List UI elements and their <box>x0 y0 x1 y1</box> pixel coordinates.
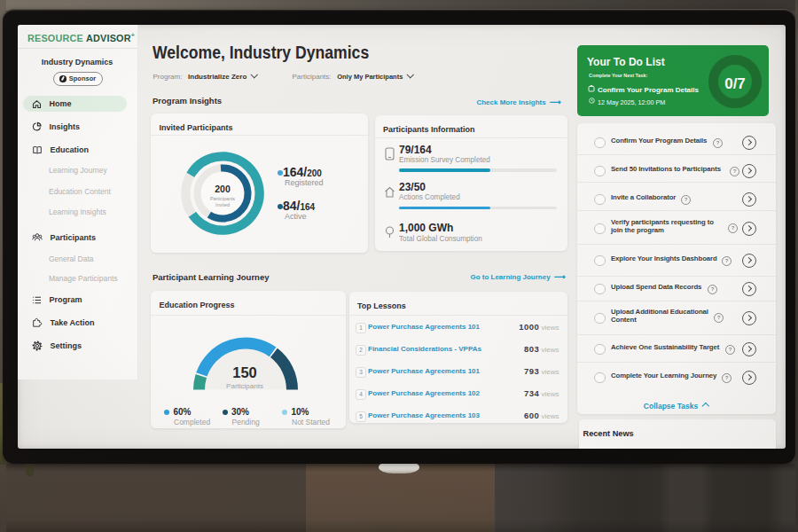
svg-text:200: 200 <box>215 184 231 194</box>
svg-text:Participants: Participants <box>209 196 234 201</box>
svg-text:Invited: Invited <box>215 202 230 207</box>
